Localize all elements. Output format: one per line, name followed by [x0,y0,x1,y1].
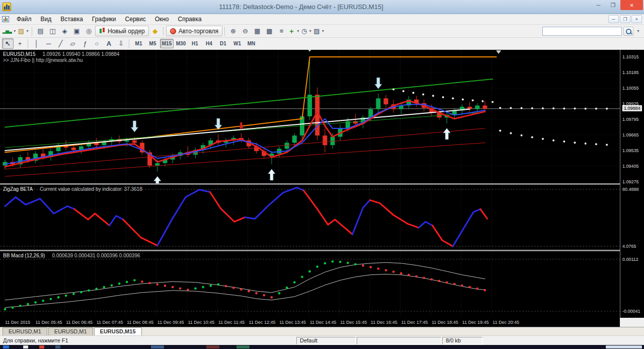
time-axis-label: 11 Dec 20:45 [493,320,519,325]
trendline-button[interactable]: ╱ [55,38,66,49]
chart-ohlc-values: 1.09926 1.09940 1.09866 1.09884 [42,51,119,57]
profiles-button[interactable]: ▧▼ [18,26,30,36]
vertical-line-button[interactable]: │ [31,38,42,49]
chart-tab-0[interactable]: EURUSD,M1 [3,327,47,335]
taskbar-app-icon[interactable] [39,345,44,348]
time-axis-label: 11 Dec 13:45 [279,320,306,325]
price-axis-label: 1.10055 [622,86,639,91]
chart-tab-2[interactable]: EURUSD,M15 [94,327,142,335]
cursor-button[interactable]: ↖ [2,38,14,49]
zigzag-pane[interactable]: ZigZag BETACurrent value calculated by i… [0,185,620,250]
timeframe-H4[interactable]: H4 [202,39,216,48]
templates-button[interactable]: ▨▼ [313,26,325,36]
price-axis-label: 1.09795 [622,117,639,122]
bbmacd-values: 0.000639 0.000431 0.000396 0.000396 [52,253,140,258]
menu-item-0[interactable]: Файл [12,15,36,24]
tile-windows-button[interactable]: ▦ [252,26,263,36]
close-button[interactable]: × [620,0,643,10]
bbmacd-pane[interactable]: BB Macd (12,26,9)0.000639 0.000431 0.000… [0,251,620,318]
autotrading-button[interactable]: Авто-торговля [166,26,222,36]
toolbar-separator [32,27,32,36]
child-minimize-button[interactable]: ─ [608,15,619,23]
menu-item-5[interactable]: Окно [150,15,174,24]
status-profile[interactable]: Default [296,337,356,344]
taskbar-app-icon[interactable] [55,345,60,348]
zoom-out-button[interactable]: ⊖ [239,26,251,36]
status-blank-panel [357,337,441,344]
toolbar-separator [129,39,129,48]
bid-price-label: 1.09884 [622,105,642,111]
chart-tab-1[interactable]: EURUSD,M1 [48,327,93,335]
child-close-button[interactable]: × [631,15,642,23]
price-chart-pane[interactable]: EURUSD,M151.09926 1.09940 1.09866 1.0988… [0,50,620,183]
strategy-tester-button[interactable]: ◎ [83,26,95,36]
channel-button[interactable]: ▱ [67,38,78,49]
new-order-button[interactable]: Новый ордер [95,26,149,36]
data-window-button[interactable]: ◫ [47,26,58,36]
status-help-text: Для справки, нажмите F1 [0,337,296,343]
price-axis-label: 1.10315 [622,54,639,59]
fibonacci-button[interactable]: ƒ [79,38,91,49]
child-restore-button[interactable]: ❐ [620,15,630,23]
restore-button[interactable]: ❐ [606,0,620,10]
market-watch-button[interactable]: ▤ [35,26,46,36]
time-axis-label: 11 Dec 07:45 [97,320,123,325]
indicators-button[interactable]: ＋▼ [288,26,300,36]
time-axis-label: 11 Dec 18:45 [432,320,458,325]
chart-symbol-label: EURUSD,M151.09926 1.09940 1.09866 1.0988… [3,51,119,57]
taskbar-app-icon[interactable] [23,345,28,348]
search-dropdown-icon[interactable]: ▼ [636,29,640,33]
time-axis-label: 11 Dec 17:45 [401,320,428,325]
taskbar-clock-area[interactable] [606,345,642,348]
taskbar-app-icon[interactable] [151,345,164,348]
price-axis[interactable]: 1.103151.101851.100551.099251.097951.096… [620,50,644,318]
time-axis-label: 11 Dec 2015 [5,320,30,325]
chart-window-icon[interactable] [2,16,9,22]
chart-shift-marker[interactable] [496,50,501,54]
cascade-windows-button[interactable]: ▩ [264,26,275,36]
timeframe-MN[interactable]: MN [245,39,258,48]
minimize-button[interactable]: ─ [591,0,606,10]
menu-item-2[interactable]: Вставка [56,15,88,24]
zigzag-axis-label: 4.0765 [622,244,636,249]
timeframe-W1[interactable]: W1 [230,39,244,48]
bbmacd-axis-label: 0.00112 [622,257,638,262]
timeframe-D1[interactable]: D1 [216,39,230,48]
titlebar: 111178: Deltastock-Demo - Демо Счёт - [E… [0,0,644,14]
price-axis-label: 1.09405 [622,164,639,169]
terminal-button[interactable]: ▣ [71,26,83,36]
price-axis-label: 1.09535 [622,148,639,153]
metaeditor-button[interactable]: ◆ [149,26,161,36]
jjn-fibo-label: >> JJN-Fibo || http://jjnewark.atw.hu [3,57,83,63]
zoom-in-button[interactable]: ⊕ [227,26,239,36]
arrange-windows-button[interactable]: ≡ [276,26,287,36]
window-title: 111178: Deltastock-Demo - Демо Счёт - [E… [11,3,591,11]
text-button[interactable]: A [103,38,115,49]
chart-tabbar: EURUSD,M1EURUSD,M1EURUSD,M15 [0,327,644,335]
crosshair-button[interactable]: + [14,38,26,49]
start-button[interactable] [3,345,9,348]
time-axis[interactable]: 11 Dec 201511 Dec 05:4511 Dec 06:4511 De… [0,318,620,327]
taskbar-app-icon[interactable] [206,345,219,348]
menu-item-6[interactable]: Справка [174,15,206,24]
timeframe-M5[interactable]: M5 [146,39,159,48]
menubar: ФайлВидВставкаГрафикиСервисОкноСправка ─… [0,14,644,25]
new-chart-button[interactable]: ▂▅▃▼ [2,26,17,36]
search-input[interactable] [542,27,622,36]
timeframe-H1[interactable]: H1 [188,39,202,48]
shapes-button[interactable]: ○ [91,38,103,49]
timeframe-M30[interactable]: M30 [174,39,188,48]
zigzag-label: ZigZag BETACurrent value calculated by i… [3,186,142,192]
arrows-button[interactable]: ⇩ [115,38,127,49]
navigator-button[interactable]: ◈ [59,26,70,36]
horizontal-line-button[interactable]: ─ [43,38,54,49]
menu-item-1[interactable]: Вид [36,15,56,24]
menu-item-3[interactable]: Графики [88,15,121,24]
timeframe-M1[interactable]: M1 [132,39,145,48]
timeframe-M15[interactable]: M15 [160,39,174,48]
taskbar-app-icon[interactable] [236,345,250,348]
search-icon[interactable] [623,27,633,36]
menu-item-4[interactable]: Сервис [121,15,150,24]
time-axis-label: 11 Dec 10:45 [188,320,214,325]
periods-button[interactable]: ◷▼ [301,26,312,36]
